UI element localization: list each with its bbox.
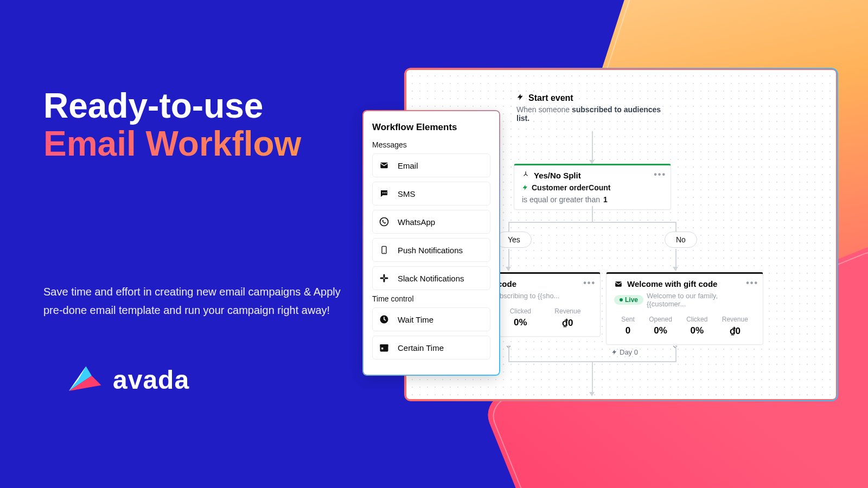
svg-rect-17	[380, 344, 388, 346]
element-label: WhatsApp	[398, 217, 435, 227]
hero-subtitle: Save time and effort in creating new ema…	[43, 282, 347, 319]
element-label: Email	[398, 161, 418, 170]
svg-rect-18	[381, 348, 383, 349]
status-badge-live: Live	[614, 295, 643, 305]
hero-title-line2: Email Workflow	[43, 125, 347, 163]
timing-label: Day 0	[611, 348, 638, 356]
element-push[interactable]: Push Notifications	[372, 238, 490, 262]
svg-rect-14	[385, 278, 388, 279]
arrow-icon	[589, 392, 595, 396]
email-icon	[378, 159, 390, 171]
brand-logo: avada	[65, 363, 189, 396]
svg-rect-11	[384, 274, 385, 278]
panel-group-label: Time control	[372, 294, 490, 303]
start-event-title: Start event	[528, 93, 573, 103]
bolt-icon	[522, 184, 528, 191]
start-event-node[interactable]: Start event When someone subscribed to a…	[516, 93, 668, 123]
element-wait-time[interactable]: Wait Time	[372, 307, 490, 331]
workflow-elements-panel[interactable]: Workflow Elements Messages Email SMS Wha…	[363, 111, 499, 375]
element-label: SMS	[398, 189, 416, 198]
brand-name: avada	[113, 365, 189, 395]
arrow-icon	[506, 267, 511, 271]
svg-point-8	[380, 218, 388, 226]
split-node[interactable]: Yes/No Split ••• Customer orderCount is …	[514, 164, 671, 210]
more-icon[interactable]: •••	[654, 170, 666, 179]
email-icon	[614, 280, 623, 288]
element-email[interactable]: Email	[372, 153, 490, 177]
element-label: Wait Time	[398, 315, 433, 324]
element-whatsapp[interactable]: WhatsApp	[372, 210, 490, 234]
start-event-description: When someone subscribed to audiences lis…	[516, 105, 668, 123]
hero-title-line1: Ready-to-use	[43, 86, 263, 125]
element-slack[interactable]: Slack Notifications	[372, 266, 490, 290]
whatsapp-icon	[378, 216, 390, 228]
connector	[675, 222, 676, 233]
connector	[592, 206, 593, 222]
sms-icon	[378, 188, 390, 200]
svg-point-6	[384, 192, 385, 194]
element-certain-time[interactable]: Certain Time	[372, 336, 490, 359]
connector	[592, 371, 593, 393]
clock-icon	[378, 313, 390, 325]
connector	[508, 222, 676, 223]
branch-yes-pill: Yes	[496, 232, 532, 248]
email-node-title: Welcome with gift code	[627, 279, 717, 288]
panel-title: Workflow Elements	[372, 122, 490, 133]
brand-logo-icon	[65, 363, 103, 396]
element-sms[interactable]: SMS	[372, 182, 490, 206]
split-title: Yes/No Split	[534, 171, 581, 180]
connector	[675, 345, 676, 362]
bolt-icon	[516, 93, 524, 103]
svg-rect-13	[380, 278, 384, 279]
split-icon	[522, 171, 529, 180]
branch-no-pill: No	[665, 232, 697, 248]
svg-point-7	[386, 192, 387, 194]
connector	[508, 345, 509, 362]
svg-point-10	[384, 252, 384, 253]
arrow-icon	[673, 267, 678, 271]
email-preview: Welcome to our family, {{customer...	[647, 292, 755, 308]
hero-title: Ready-to-use Email Workflow	[43, 87, 347, 163]
connector	[592, 131, 593, 161]
svg-point-5	[382, 192, 384, 194]
connector	[592, 361, 593, 372]
email-stats: Sent0 Opened0% Clicked0% Revenue₫0	[614, 316, 755, 337]
more-icon[interactable]: •••	[746, 278, 758, 288]
push-icon	[378, 244, 390, 256]
slack-icon	[378, 272, 390, 284]
element-label: Push Notifications	[398, 246, 463, 255]
hero-section: Ready-to-use Email Workflow Save time an…	[43, 87, 347, 319]
email-node-right[interactable]: Welcome with gift code ••• Live Welcome …	[606, 272, 763, 345]
svg-rect-12	[384, 279, 385, 282]
calendar-icon	[378, 342, 390, 354]
more-icon[interactable]: •••	[583, 278, 596, 288]
panel-group-label: Messages	[372, 140, 490, 149]
connector	[508, 222, 509, 233]
element-label: Certain Time	[398, 343, 444, 352]
split-condition: Customer orderCount is equal or greater …	[522, 183, 663, 204]
element-label: Slack Notifications	[398, 274, 464, 283]
